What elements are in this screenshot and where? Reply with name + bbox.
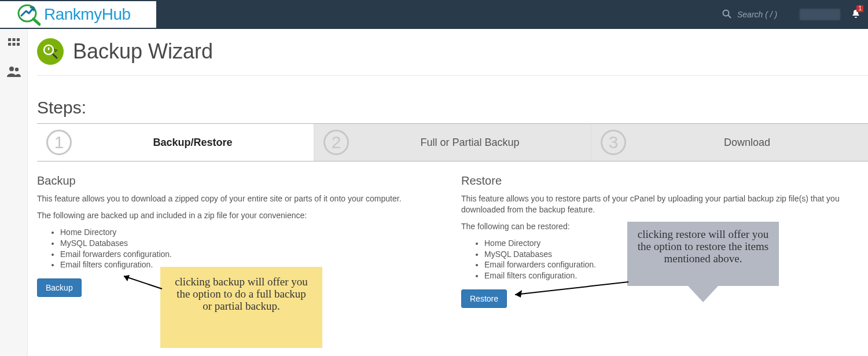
svg-rect-4: [8, 38, 11, 41]
arrow-icon: [118, 271, 164, 295]
arrow-icon: [509, 278, 631, 302]
restore-heading: Restore: [461, 174, 868, 188]
restore-button[interactable]: Restore: [461, 289, 507, 308]
svg-rect-6: [17, 38, 20, 41]
svg-rect-7: [8, 43, 11, 46]
svg-point-10: [9, 67, 14, 71]
backup-heading: Backup: [37, 174, 444, 188]
svg-line-3: [729, 15, 731, 18]
step-number: 2: [323, 130, 349, 155]
backup-section: Backup This feature allows you to downlo…: [37, 174, 444, 308]
page-head: Backup Wizard: [37, 38, 868, 76]
content: Backup Wizard Steps: 1 Backup/Restore 2 …: [28, 29, 868, 356]
svg-point-2: [723, 10, 729, 16]
list-item: Home Directory: [60, 227, 444, 238]
step-label: Backup/Restore: [81, 137, 304, 149]
topbar: RankmyHub 1: [0, 0, 868, 29]
backup-button[interactable]: Backup: [37, 278, 82, 297]
backup-list-intro: The following are backed up and included…: [37, 210, 444, 221]
svg-marker-15: [124, 275, 130, 281]
steps-label: Steps:: [37, 98, 868, 118]
topbar-right: 1: [722, 9, 861, 21]
step-2[interactable]: 2 Full or Partial Backup: [314, 124, 591, 161]
restore-desc: This feature allows you to restore parts…: [461, 193, 868, 215]
svg-marker-17: [515, 290, 522, 298]
apps-icon[interactable]: [7, 37, 21, 53]
notification-badge: 1: [856, 5, 863, 12]
svg-line-1: [34, 19, 39, 24]
backup-list: Home Directory MySQL Databases Email for…: [60, 227, 444, 271]
svg-rect-13: [48, 47, 50, 50]
sidebar: [0, 29, 28, 356]
logo[interactable]: RankmyHub: [0, 1, 156, 28]
step-label: Full or Partial Backup: [358, 137, 582, 149]
step-3[interactable]: 3 Download: [591, 124, 868, 161]
step-label: Download: [635, 137, 859, 149]
logo-icon: [16, 3, 41, 26]
restore-callout: clicking restore will offer you the opti…: [627, 222, 779, 286]
step-number: 1: [46, 130, 72, 155]
backup-callout: clicking backup will offer you the optio…: [160, 267, 322, 348]
restore-section: Restore This feature allows you to resto…: [461, 174, 868, 308]
svg-rect-5: [12, 38, 15, 41]
steps: 1 Backup/Restore 2 Full or Partial Backu…: [37, 123, 868, 162]
list-item: Email forwarders configuration.: [60, 249, 444, 260]
svg-rect-8: [12, 43, 15, 46]
page-title: Backup Wizard: [73, 39, 213, 64]
svg-line-16: [515, 282, 628, 295]
users-icon[interactable]: [6, 65, 21, 80]
user-menu[interactable]: [800, 9, 840, 20]
search[interactable]: [722, 9, 789, 20]
logo-text: RankmyHub: [44, 5, 131, 24]
search-input[interactable]: [737, 10, 789, 19]
step-1[interactable]: 1 Backup/Restore: [37, 124, 314, 161]
backup-wizard-icon: [37, 38, 64, 65]
backup-desc: This feature allows you to download a zi…: [37, 193, 444, 204]
list-item: MySQL Databases: [60, 238, 444, 249]
notifications-button[interactable]: 1: [851, 9, 861, 21]
bell-icon: [851, 12, 861, 21]
svg-rect-9: [17, 43, 20, 46]
svg-line-14: [124, 276, 162, 289]
svg-point-11: [14, 68, 18, 71]
step-number: 3: [601, 130, 626, 155]
search-icon: [722, 9, 731, 20]
